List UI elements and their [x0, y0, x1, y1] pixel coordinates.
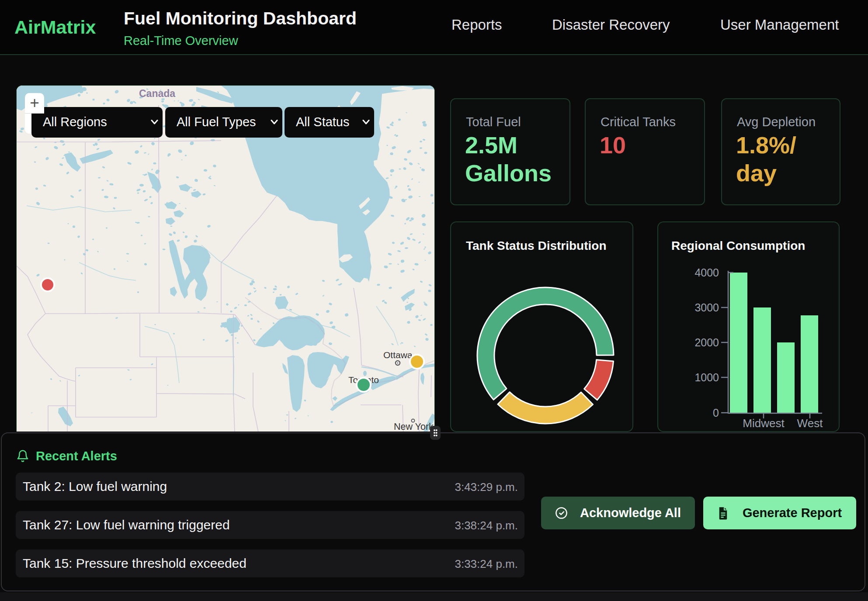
svg-text:3000: 3000 — [694, 301, 719, 314]
svg-text:0: 0 — [713, 407, 719, 419]
svg-text:2000: 2000 — [694, 336, 719, 349]
svg-text:Ottawa: Ottawa — [383, 350, 413, 360]
svg-text:New York: New York — [394, 421, 434, 432]
svg-text:West: West — [797, 417, 823, 430]
svg-text:Canada: Canada — [139, 88, 175, 99]
svg-text:4000: 4000 — [694, 266, 719, 279]
svg-text:Midwest: Midwest — [743, 417, 785, 430]
svg-text:1000: 1000 — [694, 371, 719, 383]
